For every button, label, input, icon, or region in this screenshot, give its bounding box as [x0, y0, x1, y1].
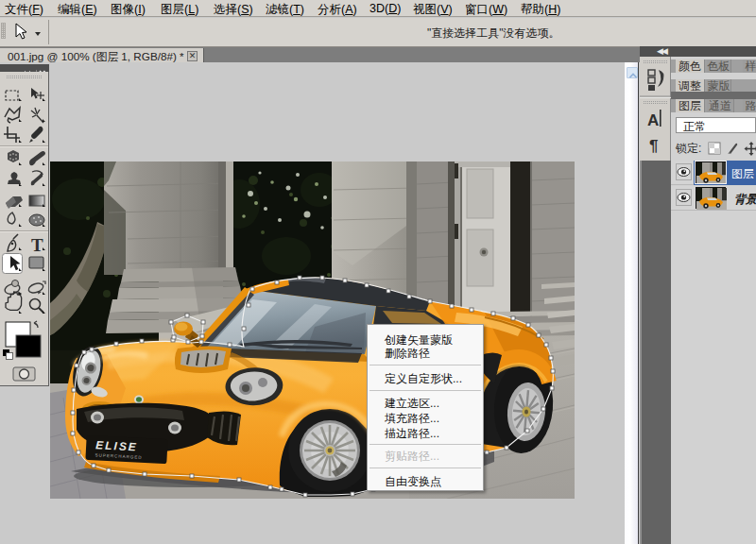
svg-text:¶: ¶	[649, 137, 658, 155]
svg-text:T: T	[31, 235, 43, 255]
svg-text:A: A	[647, 111, 659, 129]
svg-text:ELISE: ELISE	[95, 438, 138, 453]
